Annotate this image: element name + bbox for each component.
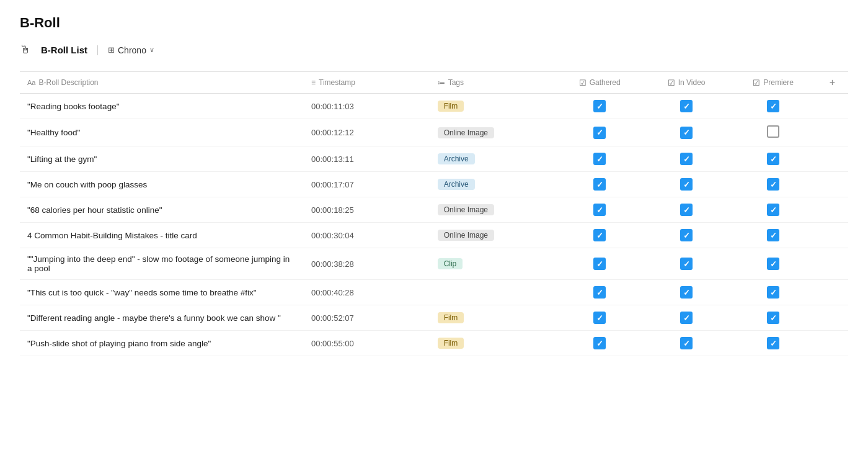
cell-tags: Clip xyxy=(430,248,557,280)
cell-add xyxy=(817,280,848,305)
cell-tags: Online Image xyxy=(430,197,557,223)
invideo-checkbox[interactable]: ✓ xyxy=(680,337,693,349)
gathered-checkbox[interactable]: ✓ xyxy=(593,100,606,112)
cell-gathered[interactable]: ✓ xyxy=(556,305,643,331)
toolbar-divider xyxy=(97,45,98,55)
list-label: B-Roll List xyxy=(41,45,87,55)
cell-premiere[interactable]: ✓ xyxy=(730,305,817,331)
cell-gathered[interactable]: ✓ xyxy=(556,331,643,356)
cell-gathered[interactable]: ✓ xyxy=(556,223,643,248)
premiere-checkbox[interactable]: ✓ xyxy=(767,178,779,191)
invideo-checkbox[interactable]: ✓ xyxy=(680,229,693,241)
cell-description: "Healthy food" xyxy=(20,119,304,146)
cell-gathered[interactable]: ✓ xyxy=(556,94,643,119)
add-column-button[interactable]: + xyxy=(830,77,835,88)
invideo-checkbox[interactable]: ✓ xyxy=(680,312,693,324)
cell-invideo[interactable]: ✓ xyxy=(643,331,730,356)
invideo-checkbox[interactable]: ✓ xyxy=(680,153,693,165)
invideo-checkbox[interactable]: ✓ xyxy=(680,286,693,299)
col-header-description: Aa B-Roll Description xyxy=(20,72,304,94)
table-row: "Lifting at the gym"00:00:13:11Archive✓✓… xyxy=(20,146,848,172)
cell-premiere[interactable]: ✓ xyxy=(730,331,817,356)
premiere-checkbox[interactable]: ✓ xyxy=(767,286,779,299)
invideo-checkbox[interactable]: ✓ xyxy=(680,258,693,270)
gathered-checkbox[interactable]: ✓ xyxy=(593,153,606,165)
chrono-view-selector[interactable]: ⊞ Chrono ∨ xyxy=(108,45,154,55)
gathered-checkbox-icon: ☑ xyxy=(579,78,587,88)
premiere-checkbox[interactable]: ✓ xyxy=(767,229,779,241)
cell-timestamp: 00:00:11:03 xyxy=(304,94,430,119)
tag-badge: Online Image xyxy=(438,127,494,138)
cell-premiere[interactable]: ✓ xyxy=(730,197,817,223)
chevron-down-icon: ∨ xyxy=(149,46,154,54)
cell-invideo[interactable]: ✓ xyxy=(643,223,730,248)
cell-timestamp: 00:00:40:28 xyxy=(304,280,430,305)
col-header-add[interactable]: + xyxy=(817,72,848,94)
premiere-checkbox[interactable]: ✓ xyxy=(767,337,779,349)
cell-premiere[interactable]: ✓ xyxy=(730,280,817,305)
cell-gathered[interactable]: ✓ xyxy=(556,248,643,280)
invideo-checkbox[interactable]: ✓ xyxy=(680,127,693,139)
premiere-checkbox[interactable]: ✓ xyxy=(767,312,779,324)
gathered-checkbox[interactable]: ✓ xyxy=(593,204,606,216)
cell-invideo[interactable]: ✓ xyxy=(643,172,730,197)
cell-invideo[interactable]: ✓ xyxy=(643,197,730,223)
cell-premiere[interactable]: ✓ xyxy=(730,146,817,172)
cell-premiere[interactable]: ✓ xyxy=(730,172,817,197)
gathered-checkbox[interactable]: ✓ xyxy=(593,286,606,299)
col-header-timestamp: ≡ Timestamp xyxy=(304,72,430,94)
cell-gathered[interactable]: ✓ xyxy=(556,280,643,305)
description-icon: Aa xyxy=(27,79,35,86)
tag-badge: Online Image xyxy=(438,230,494,241)
table-row: "This cut is too quick - "way" needs som… xyxy=(20,280,848,305)
cell-invideo[interactable]: ✓ xyxy=(643,146,730,172)
cell-gathered[interactable]: ✓ xyxy=(556,119,643,146)
gathered-checkbox[interactable]: ✓ xyxy=(593,337,606,349)
tags-icon: ≔ xyxy=(438,78,445,87)
tag-badge: Archive xyxy=(438,179,475,190)
invideo-checkbox[interactable]: ✓ xyxy=(680,204,693,216)
premiere-checkbox[interactable]: ✓ xyxy=(767,204,779,216)
gathered-checkbox[interactable]: ✓ xyxy=(593,127,606,139)
table-row: ""Jumping into the deep end" - slow mo f… xyxy=(20,248,848,280)
cell-invideo[interactable]: ✓ xyxy=(643,94,730,119)
table-row: 4 Common Habit-Building Mistakes - title… xyxy=(20,223,848,248)
cell-add xyxy=(817,146,848,172)
cell-gathered[interactable]: ✓ xyxy=(556,172,643,197)
premiere-checkbox[interactable] xyxy=(767,125,779,138)
cell-invideo[interactable]: ✓ xyxy=(643,248,730,280)
cell-gathered[interactable]: ✓ xyxy=(556,146,643,172)
cell-add xyxy=(817,223,848,248)
cell-add xyxy=(817,305,848,331)
gathered-checkbox[interactable]: ✓ xyxy=(593,178,606,191)
tag-badge: Archive xyxy=(438,153,475,164)
cell-timestamp: 00:00:18:25 xyxy=(304,197,430,223)
gathered-checkbox[interactable]: ✓ xyxy=(593,312,606,324)
gathered-checkbox[interactable]: ✓ xyxy=(593,258,606,270)
cell-premiere[interactable] xyxy=(730,119,817,146)
cell-description: "Push-slide shot of playing piano from s… xyxy=(20,331,304,356)
table-row: "Push-slide shot of playing piano from s… xyxy=(20,331,848,356)
table-row: "Different reading angle - maybe there's… xyxy=(20,305,848,331)
cell-premiere[interactable]: ✓ xyxy=(730,94,817,119)
cell-tags xyxy=(430,280,557,305)
gathered-checkbox[interactable]: ✓ xyxy=(593,229,606,241)
cell-gathered[interactable]: ✓ xyxy=(556,197,643,223)
cell-invideo[interactable]: ✓ xyxy=(643,305,730,331)
premiere-checkbox[interactable]: ✓ xyxy=(767,153,779,165)
premiere-checkbox[interactable]: ✓ xyxy=(767,100,779,112)
invideo-checkbox[interactable]: ✓ xyxy=(680,100,693,112)
cell-invideo[interactable]: ✓ xyxy=(643,280,730,305)
cell-tags: Film xyxy=(430,94,557,119)
cell-tags: Film xyxy=(430,305,557,331)
cell-invideo[interactable]: ✓ xyxy=(643,119,730,146)
cell-timestamp: 00:00:55:00 xyxy=(304,331,430,356)
tag-badge: Film xyxy=(438,312,464,323)
cell-description: "Lifting at the gym" xyxy=(20,146,304,172)
cell-premiere[interactable]: ✓ xyxy=(730,248,817,280)
invideo-checkbox[interactable]: ✓ xyxy=(680,178,693,191)
premiere-checkbox[interactable]: ✓ xyxy=(767,258,779,270)
view-label: Chrono xyxy=(118,45,146,55)
cell-premiere[interactable]: ✓ xyxy=(730,223,817,248)
cell-timestamp: 00:00:12:12 xyxy=(304,119,430,146)
